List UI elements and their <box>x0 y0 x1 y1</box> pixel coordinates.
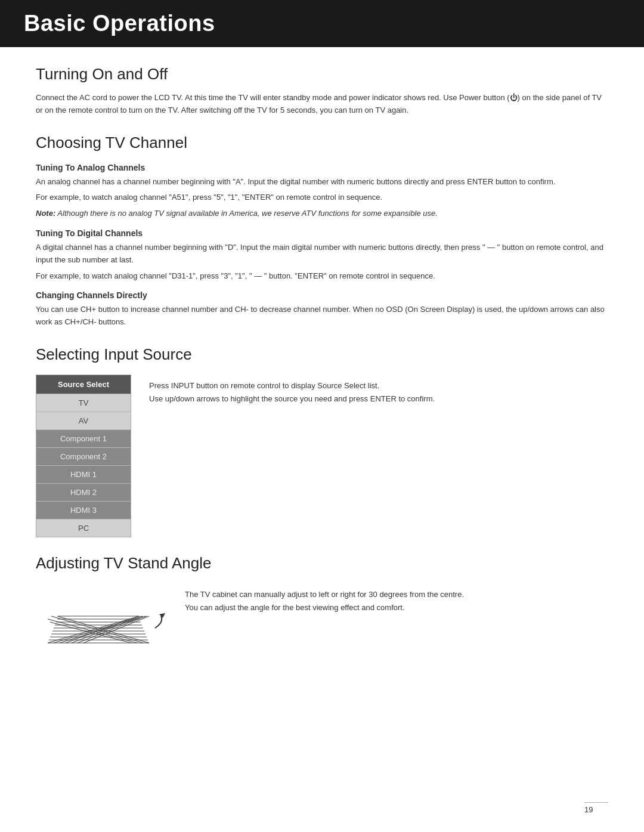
analog-body2: For example, to watch analog channel "A5… <box>36 191 608 204</box>
digital-subtitle: Tuning To Digital Channels <box>36 228 608 238</box>
section-turning-on-off: Turning On and Off Connect the AC cord t… <box>36 65 608 117</box>
source-select-item-tv: TV <box>36 394 131 412</box>
section-choosing-channel: Choosing TV Channel Tuning To Analog Cha… <box>36 134 608 329</box>
input-source-layout: Source Select TV AV Component 1 Componen… <box>36 375 608 537</box>
tv-stand-description: The TV cabinet can manually adjust to le… <box>185 583 608 614</box>
subsection-digital: Tuning To Digital Channels A digital cha… <box>36 228 608 282</box>
subsection-changing-channels: Changing Channels Directly You can use C… <box>36 290 608 329</box>
changing-subtitle: Changing Channels Directly <box>36 290 608 300</box>
source-select-item-hdmi1: HDMI 1 <box>36 465 131 483</box>
section-title-stand: Adjusting TV Stand Angle <box>36 554 608 575</box>
source-select-item-hdmi2: HDMI 2 <box>36 483 131 501</box>
page-number-line <box>584 802 608 803</box>
page-number: 19 <box>584 805 593 814</box>
source-select-item-component1: Component 1 <box>36 429 131 447</box>
page-header: Basic Operations <box>0 0 644 47</box>
stand-desc-line1: The TV cabinet can manually adjust to le… <box>185 588 608 601</box>
source-select-header: Source Select <box>36 375 131 394</box>
tv-stand-layout: The TV cabinet can manually adjust to le… <box>36 583 608 661</box>
tv-stand-svg <box>36 583 167 661</box>
source-select-item-pc: PC <box>36 519 131 537</box>
analog-body1: An analog channel has a channel number b… <box>36 176 608 188</box>
digital-body1: A digital channel has a channel number b… <box>36 242 608 267</box>
section-title-choosing: Choosing TV Channel <box>36 134 608 154</box>
source-select-item-hdmi3: HDMI 3 <box>36 501 131 519</box>
page-number-container: 19 <box>584 802 608 814</box>
page-content: Turning On and Off Connect the AC cord t… <box>0 65 644 713</box>
source-description: Press INPUT button on remote control to … <box>149 375 608 406</box>
source-select-box: Source Select TV AV Component 1 Componen… <box>36 375 131 537</box>
analog-subtitle: Tuning To Analog Channels <box>36 163 608 172</box>
svg-marker-21 <box>159 613 165 618</box>
source-desc-line2: Use up/down arrows to highlight the sour… <box>149 392 608 406</box>
analog-note: Note: Although there is no analog TV sig… <box>36 208 608 220</box>
section-selecting-input: Selecting Input Source Source Select TV … <box>36 345 608 537</box>
source-desc-line1: Press INPUT button on remote control to … <box>149 379 608 392</box>
page-title: Basic Operations <box>24 11 620 36</box>
section-tv-stand: Adjusting TV Stand Angle <box>36 554 608 661</box>
source-select-item-av: AV <box>36 412 131 429</box>
source-select-item-component2: Component 2 <box>36 447 131 465</box>
subsection-analog: Tuning To Analog Channels An analog chan… <box>36 163 608 220</box>
section-title-turning: Turning On and Off <box>36 65 608 86</box>
digital-body2: For example, to watch analog channel "D3… <box>36 270 608 283</box>
tv-stand-image <box>36 583 167 661</box>
changing-body: You can use CH+ button to increase chann… <box>36 304 608 329</box>
turning-body: Connect the AC cord to power the LCD TV.… <box>36 92 608 117</box>
section-title-input: Selecting Input Source <box>36 345 608 366</box>
stand-desc-line2: You can adjust the angle for the best vi… <box>185 601 608 614</box>
svg-line-14 <box>72 616 142 643</box>
